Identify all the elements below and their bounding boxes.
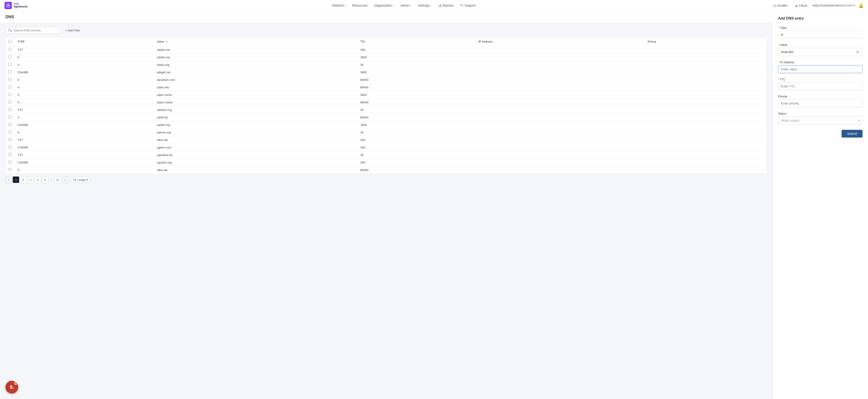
row-checkbox-cell[interactable] (6, 91, 15, 99)
row-value: adonis.org (154, 129, 358, 136)
floating-badge[interactable]: 9. 7 (5, 381, 18, 394)
row-checkbox-cell[interactable] (6, 84, 15, 91)
row-checkbox[interactable] (8, 131, 11, 133)
row-checkbox-cell[interactable] (6, 129, 15, 136)
nav-cloud[interactable]: ☁ Cloud (793, 2, 809, 9)
search-input[interactable] (14, 29, 58, 32)
pagination-page-5[interactable]: 5 (42, 176, 48, 183)
row-checkbox[interactable] (8, 86, 11, 88)
pagination-last-page[interactable]: 21 (55, 176, 61, 183)
row-value: agustin.org (154, 159, 358, 166)
chevron-down-icon: ▾ (853, 4, 855, 7)
add-filter-button[interactable]: + Add Filter (63, 27, 83, 33)
nav-guides[interactable]: 📖 Guides (771, 2, 789, 9)
row-ttl: 86400 (358, 166, 476, 174)
row-checkbox[interactable] (8, 115, 11, 119)
nav-network[interactable]: Network ▾ (330, 2, 348, 9)
row-checkbox-cell[interactable] (6, 99, 15, 106)
row-checkbox-cell[interactable] (6, 151, 15, 159)
chevron-down-icon: ▾ (345, 4, 346, 7)
ip-address-input[interactable] (778, 65, 863, 73)
row-checkbox[interactable] (8, 168, 11, 171)
form-group-ip-address: * IP Address (778, 61, 863, 73)
pagination-page-3[interactable]: 3 (27, 176, 34, 183)
row-type: TXT (15, 106, 154, 114)
status-label: Status (778, 112, 863, 115)
logo[interactable]: tidal lightmesh (5, 2, 28, 9)
type-input[interactable]: A (778, 31, 863, 38)
row-priority (645, 121, 767, 129)
row-checkbox[interactable] (8, 100, 11, 103)
pagination-page-1[interactable]: 1 (13, 176, 19, 183)
row-checkbox[interactable] (8, 153, 11, 156)
row-ttl: 30 (358, 151, 476, 159)
row-ip-address (476, 99, 645, 106)
svg-point-2 (7, 5, 9, 6)
table-row: CNAME abigail.net 3600 (6, 69, 767, 76)
page-header: DNS (0, 11, 772, 23)
row-checkbox-cell[interactable] (6, 144, 15, 151)
row-checkbox-cell[interactable] (6, 166, 15, 174)
row-value: abdiel.org (154, 54, 358, 61)
row-checkbox[interactable] (8, 123, 11, 126)
row-priority (645, 99, 767, 106)
row-checkbox[interactable] (8, 63, 11, 66)
nav-resources[interactable]: Resources (349, 2, 370, 9)
chevron-down-icon: ▾ (410, 4, 411, 7)
value-input[interactable]: local.dev ✕ (778, 48, 863, 56)
pagination-next[interactable]: › (62, 176, 68, 183)
nav-organization[interactable]: Organization ▾ (371, 2, 397, 9)
nav-support[interactable]: 🔧 Support (457, 2, 478, 9)
row-priority (645, 136, 767, 144)
logo-lightmesh: lightmesh (14, 5, 28, 8)
ttl-input[interactable] (778, 82, 863, 90)
clear-value-button[interactable]: ✕ (856, 50, 860, 54)
row-checkbox-cell[interactable] (6, 69, 15, 76)
row-ttl: 86400 (358, 114, 476, 121)
nav-admin[interactable]: Admin ▾ (398, 2, 414, 9)
pagination-page-2[interactable]: 2 (20, 176, 26, 183)
select-all-checkbox[interactable] (8, 40, 11, 43)
row-ip-address (476, 106, 645, 114)
row-checkbox-cell[interactable] (6, 106, 15, 114)
priority-input[interactable] (778, 100, 863, 107)
row-checkbox[interactable] (8, 48, 11, 51)
row-checkbox-cell[interactable] (6, 136, 15, 144)
pagination-dots: ··· (49, 178, 54, 181)
nav-settings[interactable]: Settings ▾ (415, 2, 434, 9)
row-checkbox[interactable] (8, 55, 11, 58)
table-row: CNAME adolfo.org 1800 (6, 121, 767, 129)
row-type: A (15, 129, 154, 136)
table-row: A abdul.org 30 (6, 61, 767, 69)
row-checkbox-cell[interactable] (6, 114, 15, 121)
status-select[interactable]: Select status Active Inactive (778, 117, 863, 124)
row-checkbox-cell[interactable] (6, 54, 15, 61)
row-checkbox[interactable] (8, 70, 11, 73)
per-page-select[interactable]: 25 / page ▾ (71, 177, 90, 182)
pagination-prev[interactable]: ‹ (5, 176, 12, 183)
row-checkbox[interactable] (8, 161, 11, 164)
row-checkbox-cell[interactable] (6, 121, 15, 129)
row-checkbox[interactable] (8, 78, 11, 81)
row-value: afton.biz (154, 136, 358, 144)
row-checkbox[interactable] (8, 108, 11, 111)
pagination-page-4[interactable]: 4 (35, 176, 41, 183)
row-checkbox-cell[interactable] (6, 159, 15, 166)
table-row: A alba.net 86400 (6, 166, 767, 174)
row-priority (645, 46, 767, 54)
row-checkbox[interactable] (8, 93, 11, 96)
submit-button[interactable]: Submit (842, 130, 863, 138)
row-checkbox[interactable] (8, 138, 11, 141)
cloud-icon: ☁ (795, 4, 798, 7)
nav-reports[interactable]: 📊 Reports (435, 2, 456, 9)
row-checkbox-cell[interactable] (6, 61, 15, 69)
row-ip-address (476, 144, 645, 151)
row-checkbox-cell[interactable] (6, 46, 15, 54)
main-wrapper: DNS 🔍 + Add Filter (0, 11, 868, 399)
user-email[interactable]: deep.bhalotia@tidalcloud.com ▾ (813, 4, 855, 7)
notification-bell-icon[interactable]: 🔔 (859, 3, 863, 8)
ip-address-label: * IP Address (778, 61, 863, 64)
row-checkbox-cell[interactable] (6, 76, 15, 84)
row-checkbox[interactable] (8, 145, 11, 148)
search-box[interactable]: 🔍 (5, 27, 60, 34)
